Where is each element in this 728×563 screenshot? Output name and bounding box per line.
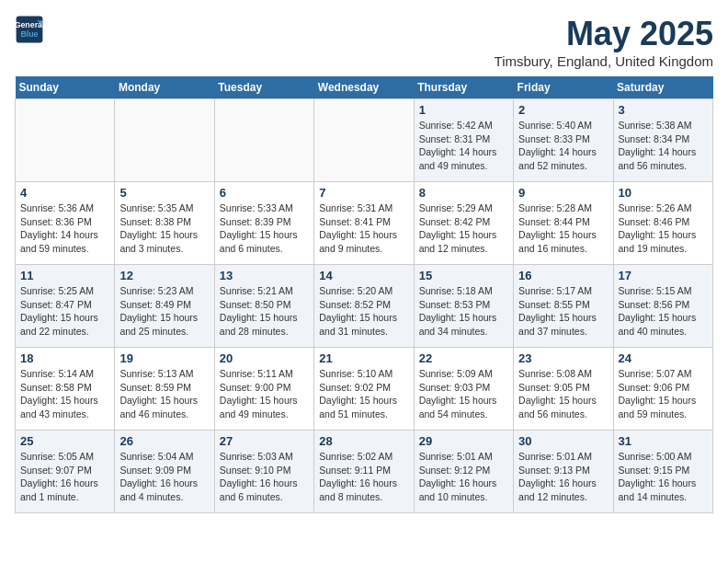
day-number: 15 — [419, 269, 508, 282]
calendar-cell — [214, 99, 313, 182]
day-number: 28 — [319, 434, 408, 448]
weekday-header-thursday: Thursday — [414, 76, 513, 99]
day-info: Sunrise: 5:18 AM Sunset: 8:53 PM Dayligh… — [419, 284, 508, 339]
calendar-cell: 21Sunrise: 5:10 AM Sunset: 9:02 PM Dayli… — [314, 348, 414, 431]
day-number: 21 — [319, 351, 408, 365]
calendar-cell: 27Sunrise: 5:03 AM Sunset: 9:10 PM Dayli… — [214, 431, 313, 513]
day-number: 2 — [518, 103, 608, 117]
day-info: Sunrise: 5:33 AM Sunset: 8:39 PM Dayligh… — [220, 201, 309, 256]
day-info: Sunrise: 5:42 AM Sunset: 8:31 PM Dayligh… — [419, 119, 508, 173]
day-info: Sunrise: 5:13 AM Sunset: 8:59 PM Dayligh… — [119, 367, 209, 421]
day-number: 13 — [220, 269, 309, 282]
weekday-header-sunday: Sunday — [16, 76, 115, 99]
day-number: 17 — [619, 269, 708, 282]
calendar-cell: 23Sunrise: 5:08 AM Sunset: 9:05 PM Dayli… — [514, 348, 613, 431]
calendar-cell: 29Sunrise: 5:01 AM Sunset: 9:12 PM Dayli… — [414, 431, 513, 513]
calendar-cell — [16, 99, 115, 182]
calendar-cell: 14Sunrise: 5:20 AM Sunset: 8:52 PM Dayli… — [314, 265, 414, 348]
day-number: 9 — [518, 186, 608, 200]
day-info: Sunrise: 5:00 AM Sunset: 9:15 PM Dayligh… — [619, 450, 708, 504]
calendar-cell: 1Sunrise: 5:42 AM Sunset: 8:31 PM Daylig… — [414, 99, 513, 182]
day-number: 10 — [619, 186, 708, 200]
calendar-cell: 20Sunrise: 5:11 AM Sunset: 9:00 PM Dayli… — [214, 348, 313, 431]
calendar-cell: 3Sunrise: 5:38 AM Sunset: 8:34 PM Daylig… — [613, 99, 712, 182]
day-info: Sunrise: 5:21 AM Sunset: 8:50 PM Dayligh… — [220, 284, 309, 339]
day-number: 19 — [119, 351, 209, 365]
day-info: Sunrise: 5:36 AM Sunset: 8:36 PM Dayligh… — [20, 201, 109, 256]
calendar-week-1: 1Sunrise: 5:42 AM Sunset: 8:31 PM Daylig… — [16, 99, 713, 182]
day-info: Sunrise: 5:23 AM Sunset: 8:49 PM Dayligh… — [119, 284, 209, 339]
day-number: 23 — [518, 351, 608, 365]
calendar-cell: 4Sunrise: 5:36 AM Sunset: 8:36 PM Daylig… — [16, 182, 115, 265]
calendar-cell: 15Sunrise: 5:18 AM Sunset: 8:53 PM Dayli… — [414, 265, 513, 348]
day-number: 8 — [419, 186, 508, 200]
calendar-table: SundayMondayTuesdayWednesdayThursdayFrid… — [15, 76, 713, 513]
day-number: 5 — [119, 186, 209, 200]
day-info: Sunrise: 5:28 AM Sunset: 8:44 PM Dayligh… — [518, 201, 608, 256]
day-info: Sunrise: 5:11 AM Sunset: 9:00 PM Dayligh… — [220, 367, 309, 421]
calendar-cell — [115, 99, 214, 182]
day-info: Sunrise: 5:01 AM Sunset: 9:12 PM Dayligh… — [419, 450, 508, 504]
month-title: May 2025 — [495, 15, 713, 53]
day-info: Sunrise: 5:08 AM Sunset: 9:05 PM Dayligh… — [518, 367, 608, 421]
calendar-cell: 11Sunrise: 5:25 AM Sunset: 8:47 PM Dayli… — [16, 265, 115, 348]
day-info: Sunrise: 5:03 AM Sunset: 9:10 PM Dayligh… — [220, 450, 309, 504]
day-info: Sunrise: 5:26 AM Sunset: 8:46 PM Dayligh… — [619, 201, 708, 256]
day-info: Sunrise: 5:29 AM Sunset: 8:42 PM Dayligh… — [419, 201, 508, 256]
calendar-cell: 31Sunrise: 5:00 AM Sunset: 9:15 PM Dayli… — [613, 431, 712, 513]
day-number: 22 — [419, 351, 508, 365]
calendar-cell: 24Sunrise: 5:07 AM Sunset: 9:06 PM Dayli… — [613, 348, 712, 431]
calendar-header: SundayMondayTuesdayWednesdayThursdayFrid… — [16, 76, 713, 99]
day-number: 14 — [319, 269, 408, 282]
day-info: Sunrise: 5:15 AM Sunset: 8:56 PM Dayligh… — [619, 284, 708, 339]
day-number: 12 — [119, 269, 209, 282]
day-number: 6 — [220, 186, 309, 200]
day-number: 30 — [518, 434, 608, 448]
day-number: 24 — [619, 351, 708, 365]
day-info: Sunrise: 5:01 AM Sunset: 9:13 PM Dayligh… — [518, 450, 608, 504]
day-info: Sunrise: 5:38 AM Sunset: 8:34 PM Dayligh… — [619, 119, 708, 173]
day-info: Sunrise: 5:14 AM Sunset: 8:58 PM Dayligh… — [20, 367, 109, 421]
day-number: 27 — [220, 434, 309, 448]
day-info: Sunrise: 5:04 AM Sunset: 9:09 PM Dayligh… — [119, 450, 209, 504]
page-header: General Blue May 2025 Timsbury, England,… — [15, 15, 713, 69]
calendar-cell: 18Sunrise: 5:14 AM Sunset: 8:58 PM Dayli… — [16, 348, 115, 431]
day-number: 29 — [419, 434, 508, 448]
weekday-header-tuesday: Tuesday — [214, 76, 313, 99]
weekday-header-wednesday: Wednesday — [314, 76, 414, 99]
calendar-cell: 22Sunrise: 5:09 AM Sunset: 9:03 PM Dayli… — [414, 348, 513, 431]
weekday-header-saturday: Saturday — [613, 76, 712, 99]
calendar-week-5: 25Sunrise: 5:05 AM Sunset: 9:07 PM Dayli… — [16, 431, 713, 513]
day-number: 18 — [20, 351, 109, 365]
day-number: 11 — [20, 269, 109, 282]
day-number: 3 — [619, 103, 708, 117]
day-number: 31 — [619, 434, 708, 448]
svg-text:Blue: Blue — [20, 29, 38, 39]
calendar-cell: 5Sunrise: 5:35 AM Sunset: 8:38 PM Daylig… — [115, 182, 214, 265]
day-number: 20 — [220, 351, 309, 365]
calendar-cell — [314, 99, 414, 182]
weekday-header-monday: Monday — [115, 76, 214, 99]
calendar-cell: 8Sunrise: 5:29 AM Sunset: 8:42 PM Daylig… — [414, 182, 513, 265]
day-info: Sunrise: 5:10 AM Sunset: 9:02 PM Dayligh… — [319, 367, 408, 421]
calendar-cell: 7Sunrise: 5:31 AM Sunset: 8:41 PM Daylig… — [314, 182, 414, 265]
day-info: Sunrise: 5:17 AM Sunset: 8:55 PM Dayligh… — [518, 284, 608, 339]
day-number: 26 — [119, 434, 209, 448]
calendar-cell: 16Sunrise: 5:17 AM Sunset: 8:55 PM Dayli… — [514, 265, 613, 348]
calendar-cell: 17Sunrise: 5:15 AM Sunset: 8:56 PM Dayli… — [613, 265, 712, 348]
day-number: 16 — [518, 269, 608, 282]
calendar-cell: 10Sunrise: 5:26 AM Sunset: 8:46 PM Dayli… — [613, 182, 712, 265]
calendar-cell: 13Sunrise: 5:21 AM Sunset: 8:50 PM Dayli… — [214, 265, 313, 348]
calendar-cell: 30Sunrise: 5:01 AM Sunset: 9:13 PM Dayli… — [514, 431, 613, 513]
logo: General Blue — [15, 15, 44, 44]
day-info: Sunrise: 5:31 AM Sunset: 8:41 PM Dayligh… — [319, 201, 408, 256]
calendar-cell: 6Sunrise: 5:33 AM Sunset: 8:39 PM Daylig… — [214, 182, 313, 265]
calendar-cell: 25Sunrise: 5:05 AM Sunset: 9:07 PM Dayli… — [16, 431, 115, 513]
calendar-cell: 26Sunrise: 5:04 AM Sunset: 9:09 PM Dayli… — [115, 431, 214, 513]
day-info: Sunrise: 5:25 AM Sunset: 8:47 PM Dayligh… — [20, 284, 109, 339]
day-number: 1 — [419, 103, 508, 117]
calendar-week-4: 18Sunrise: 5:14 AM Sunset: 8:58 PM Dayli… — [16, 348, 713, 431]
calendar-week-2: 4Sunrise: 5:36 AM Sunset: 8:36 PM Daylig… — [16, 182, 713, 265]
day-info: Sunrise: 5:07 AM Sunset: 9:06 PM Dayligh… — [619, 367, 708, 421]
calendar-cell: 28Sunrise: 5:02 AM Sunset: 9:11 PM Dayli… — [314, 431, 414, 513]
